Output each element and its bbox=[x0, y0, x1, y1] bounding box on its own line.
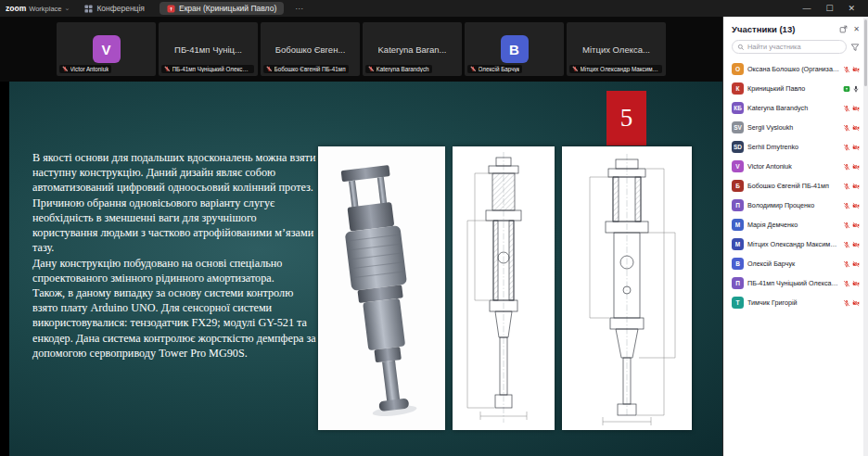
popout-panel-icon[interactable] bbox=[839, 25, 848, 33]
more-options-button[interactable]: ⋯ bbox=[291, 4, 307, 13]
participant-row[interactable]: V Victor Antoniuk bbox=[723, 157, 863, 176]
maximize-button[interactable]: ☐ bbox=[818, 0, 840, 17]
muted-mic-icon bbox=[572, 66, 579, 72]
zoom-logo[interactable]: zoom Workplace ⌄ bbox=[6, 4, 70, 13]
video-tile[interactable]: B Олексій Барчук bbox=[465, 22, 564, 76]
participant-center-name: Мітцих Олекса... bbox=[582, 44, 650, 55]
mic-off-icon bbox=[843, 280, 850, 287]
participant-avatar: КБ bbox=[732, 102, 744, 114]
participant-row[interactable]: П ПБ-41мп Чуніцький Олександр bbox=[723, 273, 863, 293]
participant-avatar: П bbox=[732, 199, 744, 211]
video-tile[interactable]: Бобошко Євген... Бобошко Євгеній ПБ-41мп bbox=[261, 22, 360, 76]
participant-row[interactable]: В Олексій Барчук bbox=[723, 254, 863, 273]
mic-off-icon bbox=[843, 241, 850, 248]
cam-off-icon bbox=[852, 222, 860, 229]
video-tile[interactable]: ПБ-41мп Чуніц... ПБ-41мп Чуніцький Олекс… bbox=[159, 22, 258, 76]
participant-row[interactable]: К Криницький Павло bbox=[723, 79, 863, 98]
sharing-icon bbox=[843, 85, 850, 93]
participant-status-icons bbox=[843, 222, 860, 229]
participant-row[interactable]: М Мітцих Олександр Максимович bbox=[723, 234, 863, 254]
video-tile-label: Олексій Барчук bbox=[467, 65, 522, 73]
muted-mic-icon bbox=[266, 66, 273, 72]
participant-status-icons bbox=[843, 241, 860, 248]
slide-body-text: В якості основи для подальших вдосконале… bbox=[32, 150, 316, 361]
search-input[interactable]: Найти участника bbox=[732, 40, 847, 54]
participant-status-icons bbox=[843, 85, 860, 93]
mic-off-icon bbox=[843, 299, 850, 307]
video-tile[interactable]: Kateryna Baran... Kateryna Barandych bbox=[363, 22, 462, 76]
participants-header: Участники (13) ✕ bbox=[723, 17, 868, 39]
shared-screen-area: В якості основи для подальших вдосконале… bbox=[0, 82, 722, 456]
participant-row[interactable]: М Марія Демченко bbox=[723, 215, 863, 234]
filter-funnel-icon[interactable] bbox=[850, 43, 860, 52]
workplace-logo-text: Workplace bbox=[29, 5, 61, 13]
participant-row[interactable]: Б Бобошко Євгеній ПБ-41мп bbox=[723, 176, 863, 196]
participant-name: Володимир Проценко bbox=[747, 201, 839, 209]
video-tile-name: Мітцих Олександр Максимович bbox=[581, 66, 660, 72]
slide-paragraph: В якості основи для подальших вдосконале… bbox=[32, 150, 316, 256]
minimize-button[interactable]: — bbox=[795, 0, 818, 17]
participant-name: ПБ-41мп Чуніцький Олександр bbox=[747, 279, 839, 287]
participant-status-icons bbox=[843, 299, 860, 307]
mic-off-icon bbox=[843, 183, 850, 190]
participant-center-name: Kateryna Baran... bbox=[378, 44, 447, 55]
participant-avatar: SV bbox=[732, 121, 744, 133]
participant-row[interactable]: SV Sergii Vysloukh bbox=[723, 118, 863, 137]
cam-off-icon bbox=[852, 299, 860, 307]
scrollbar[interactable] bbox=[863, 17, 868, 456]
participant-avatar: В bbox=[732, 258, 744, 270]
tab-screen-share[interactable]: Екран (Криницький Павло) bbox=[160, 2, 284, 15]
participant-avatar: B bbox=[501, 35, 529, 63]
participant-name: Serhii Dmytrenko bbox=[747, 143, 839, 151]
presentation-slide: В якості основи для подальших вдосконале… bbox=[9, 82, 722, 456]
mic-off-icon bbox=[843, 124, 850, 132]
slide-number-badge: 5 bbox=[606, 91, 646, 146]
participants-panel: Участники (13) ✕ Найти участника О Оксан… bbox=[722, 17, 868, 456]
zoom-logo-text: zoom bbox=[6, 4, 26, 13]
cam-off-icon bbox=[852, 280, 860, 287]
participant-row[interactable]: Т Тимчик Григорій bbox=[723, 293, 863, 312]
participant-row[interactable]: КБ Kateryna Barandych bbox=[723, 98, 863, 118]
video-tile-name: Олексій Барчук bbox=[479, 66, 520, 72]
video-tile[interactable]: V Victor Antoniuk bbox=[57, 22, 156, 76]
cam-off-icon bbox=[852, 163, 860, 171]
participants-list: О Оксана Болошко (Организатор, я) К Крин… bbox=[723, 59, 868, 456]
video-tile-name: Kateryna Barandych bbox=[377, 66, 429, 72]
participant-name: Бобошко Євгеній ПБ-41мп bbox=[747, 182, 839, 190]
mic-off-icon bbox=[843, 66, 850, 73]
cam-off-icon bbox=[852, 66, 860, 73]
participant-row[interactable]: SD Serhii Dmytrenko bbox=[723, 137, 863, 157]
cam-off-icon bbox=[852, 124, 860, 132]
engineering-drawing-section bbox=[453, 146, 555, 430]
video-tile-label: Бобошко Євгеній ПБ-41мп bbox=[263, 65, 349, 73]
video-tile-name: ПБ-41мп Чуніцький Олександр bbox=[172, 66, 252, 72]
participant-name: Kateryna Barandych bbox=[747, 104, 839, 112]
muted-mic-icon bbox=[470, 66, 477, 72]
video-tile[interactable]: Мітцих Олекса... Мітцих Олександр Максим… bbox=[567, 22, 666, 76]
participant-row[interactable]: О Оксана Болошко (Организатор, я) bbox=[723, 59, 863, 79]
cam-off-icon bbox=[852, 144, 860, 151]
participant-status-icons bbox=[843, 280, 860, 287]
participant-name: Олексій Барчук bbox=[747, 260, 839, 268]
participant-name: Криницький Павло bbox=[747, 84, 839, 93]
participant-center-name: Бобошко Євген... bbox=[275, 44, 346, 55]
video-tile-label: Kateryna Barandych bbox=[365, 65, 432, 73]
scrollbar-thumb[interactable] bbox=[864, 19, 867, 86]
participant-row[interactable]: П Володимир Проценко bbox=[723, 196, 863, 215]
search-icon bbox=[737, 44, 745, 51]
participant-name: Мітцих Олександр Максимович bbox=[747, 240, 839, 248]
video-tile-name: Бобошко Євгеній ПБ-41мп bbox=[274, 66, 346, 72]
close-panel-icon[interactable]: ✕ bbox=[853, 26, 860, 33]
mic-off-icon bbox=[843, 144, 850, 151]
slide-paragraph: Також, в даному випадку за основу систем… bbox=[32, 285, 316, 361]
close-button[interactable]: ✕ bbox=[840, 0, 862, 17]
participant-name: Марія Демченко bbox=[747, 221, 839, 229]
participant-name: Оксана Болошко (Организатор, я) bbox=[747, 65, 839, 73]
participant-avatar: М bbox=[732, 219, 744, 231]
muted-mic-icon bbox=[164, 66, 171, 72]
cam-off-icon bbox=[852, 260, 860, 268]
mic-off-icon bbox=[843, 260, 850, 268]
tab-conference[interactable]: Конференція bbox=[77, 2, 152, 15]
engineering-drawing-front bbox=[562, 146, 692, 430]
search-placeholder: Найти участника bbox=[747, 43, 801, 51]
